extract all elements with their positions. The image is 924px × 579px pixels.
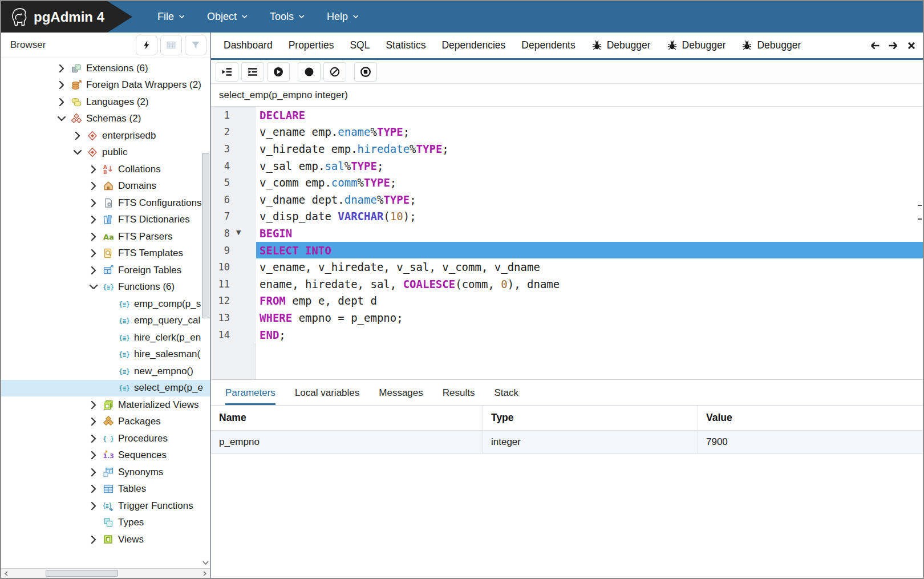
scroll-left-arrow-icon[interactable] bbox=[2, 570, 10, 577]
tree-item-views[interactable]: Views bbox=[1, 531, 210, 548]
tree-item-select-emp-p-e[interactable]: {≡}select_emp(p_e bbox=[1, 380, 210, 397]
code-line-8[interactable]: 8▼BEGIN bbox=[211, 225, 923, 242]
chevron-right-icon[interactable] bbox=[88, 467, 99, 478]
tree-item-sequences[interactable]: 1.3Sequences bbox=[1, 447, 210, 464]
tab-debugger-1[interactable]: Debugger bbox=[583, 39, 659, 51]
tree-item-fts-parsers[interactable]: AaFTS Parsers bbox=[1, 228, 210, 245]
bottom-tab-parameters[interactable]: Parameters bbox=[225, 387, 275, 405]
continue-button[interactable] bbox=[267, 62, 290, 82]
menu-help[interactable]: Help bbox=[327, 11, 360, 23]
chevron-right-icon[interactable] bbox=[56, 63, 67, 74]
chevron-right-icon[interactable] bbox=[56, 79, 67, 91]
close-icon[interactable] bbox=[906, 40, 917, 51]
tree-item-domains[interactable]: Domains bbox=[1, 178, 210, 195]
bottom-tab-results[interactable]: Results bbox=[443, 387, 475, 405]
bottom-tab-stack[interactable]: Stack bbox=[494, 387, 518, 405]
tab-debugger-2[interactable]: Debugger bbox=[659, 39, 734, 51]
tab-dependencies[interactable]: Dependencies bbox=[433, 39, 513, 51]
tab-debugger-3[interactable]: Debugger bbox=[733, 39, 801, 51]
splitter-handle[interactable] bbox=[918, 205, 922, 220]
chevron-right-icon[interactable] bbox=[56, 96, 67, 108]
tree-item-functions-6[interactable]: {≡}Functions (6) bbox=[1, 279, 210, 296]
tree-item-emp-query-cal[interactable]: {≡}emp_query_cal bbox=[1, 313, 210, 330]
chevron-right-icon[interactable] bbox=[88, 180, 99, 192]
tree-item-tables[interactable]: Tables bbox=[1, 481, 210, 498]
chevron-right-icon[interactable] bbox=[88, 534, 99, 545]
code-line-7[interactable]: 7v_disp_date VARCHAR(10); bbox=[211, 208, 923, 225]
chevron-right-icon[interactable] bbox=[72, 130, 83, 141]
chevron-right-icon[interactable] bbox=[88, 450, 99, 461]
code-line-1[interactable]: 1DECLARE bbox=[211, 107, 923, 124]
chevron-right-icon[interactable] bbox=[88, 416, 99, 427]
tree-item-schemas-2[interactable]: Schemas (2) bbox=[1, 111, 210, 128]
arrow-left-icon[interactable] bbox=[869, 40, 881, 51]
menu-file[interactable]: File bbox=[157, 11, 187, 23]
tree-item-languages-2[interactable]: Languages (2) bbox=[1, 94, 210, 111]
tree-item-hire-clerk-p-en[interactable]: {≡}hire_clerk(p_en bbox=[1, 329, 210, 346]
chevron-right-icon[interactable] bbox=[88, 399, 99, 411]
tree-item-foreign-data-wrappers-2[interactable]: Foreign Data Wrappers (2) bbox=[1, 77, 210, 94]
chevron-right-icon[interactable] bbox=[88, 248, 99, 259]
tree-item-public[interactable]: public bbox=[1, 144, 210, 161]
tree-item-synonyms[interactable]: Synonyms bbox=[1, 464, 210, 481]
code-editor[interactable]: 1DECLARE2v_ename emp.ename%TYPE;3v_hired… bbox=[211, 107, 923, 379]
tree-item-emp-comp-p-s[interactable]: {≡}emp_comp(p_s bbox=[1, 295, 210, 313]
tree-item-foreign-tables[interactable]: Foreign Tables bbox=[1, 262, 210, 279]
chevron-right-icon[interactable] bbox=[88, 483, 99, 495]
tree-item-types[interactable]: Types bbox=[1, 515, 210, 532]
chevron-down-icon[interactable] bbox=[56, 113, 67, 124]
tree-item-new-empno[interactable]: {≡}new_empno() bbox=[1, 363, 210, 380]
stop-button[interactable] bbox=[354, 62, 377, 82]
step-into-button[interactable] bbox=[216, 62, 238, 82]
code-line-4[interactable]: 4v_sal emp.sal%TYPE; bbox=[211, 157, 923, 175]
tab-dashboard[interactable]: Dashboard bbox=[216, 39, 281, 51]
tab-dependents[interactable]: Dependents bbox=[513, 39, 583, 51]
code-line-12[interactable]: 12FROM emp e, dept d bbox=[211, 293, 923, 310]
tree-item-fts-configurations[interactable]: FTS Configurations bbox=[1, 195, 210, 212]
code-line-13[interactable]: 13WHERE empno = p_empno; bbox=[211, 309, 923, 326]
tab-sql[interactable]: SQL bbox=[342, 39, 378, 51]
tree-item-enterprisedb[interactable]: enterprisedb bbox=[1, 127, 210, 144]
step-over-button[interactable] bbox=[241, 62, 264, 82]
chevron-right-icon[interactable] bbox=[88, 164, 99, 175]
scroll-right-arrow-icon[interactable] bbox=[201, 570, 209, 577]
tree-item-collations[interactable]: ABCollations bbox=[1, 161, 210, 178]
tree-item-hire-salesman[interactable]: {≡}hire_salesman( bbox=[1, 346, 210, 363]
arrow-right-icon[interactable] bbox=[887, 40, 899, 51]
chevron-down-icon[interactable] bbox=[88, 281, 99, 293]
chevron-down-icon[interactable] bbox=[72, 147, 83, 158]
grid-button[interactable] bbox=[160, 35, 182, 55]
fold-marker-icon[interactable]: ▼ bbox=[236, 229, 241, 236]
toggle-breakpoint-button[interactable] bbox=[298, 62, 321, 82]
chevron-right-icon[interactable] bbox=[88, 214, 99, 225]
tree-item-packages[interactable]: Packages bbox=[1, 414, 210, 431]
code-line-14[interactable]: 14END; bbox=[211, 326, 923, 343]
tab-statistics[interactable]: Statistics bbox=[378, 39, 433, 51]
bottom-tab-local-variables[interactable]: Local variables bbox=[295, 387, 359, 405]
table-row[interactable]: p_empnointeger7900 bbox=[211, 431, 923, 454]
lightning-button[interactable] bbox=[136, 35, 157, 55]
tree-item-trigger-functions[interactable]: {≡}Trigger Functions bbox=[1, 497, 210, 515]
chevron-right-icon[interactable] bbox=[88, 231, 99, 242]
tree-item-fts-dictionaries[interactable]: FTS Dictionaries bbox=[1, 212, 210, 229]
tree-item-procedures[interactable]: { }Procedures bbox=[1, 430, 210, 447]
filter-button[interactable] bbox=[185, 35, 206, 55]
code-line-9[interactable]: 9SELECT INTO bbox=[211, 242, 923, 259]
bottom-tab-messages[interactable]: Messages bbox=[379, 387, 423, 405]
chevron-right-icon[interactable] bbox=[88, 197, 99, 209]
clear-breakpoints-button[interactable] bbox=[323, 62, 346, 82]
code-line-6[interactable]: 6v_dname dept.dname%TYPE; bbox=[211, 191, 923, 208]
menu-object[interactable]: Object bbox=[207, 11, 249, 23]
tree-item-extensions-6[interactable]: Extensions (6) bbox=[1, 60, 210, 77]
chevron-right-icon[interactable] bbox=[88, 500, 99, 512]
code-line-5[interactable]: 5v_comm emp.comm%TYPE; bbox=[211, 174, 923, 191]
tree-item-fts-templates[interactable]: FTS Templates bbox=[1, 245, 210, 262]
tree-item-materialized-views[interactable]: Materialized Views bbox=[1, 396, 210, 414]
code-line-10[interactable]: 10v_ename, v_hiredate, v_sal, v_comm, v_… bbox=[211, 258, 923, 276]
menu-tools[interactable]: Tools bbox=[270, 11, 306, 23]
code-line-3[interactable]: 3v_hiredate emp.hiredate%TYPE; bbox=[211, 140, 923, 157]
code-line-11[interactable]: 11ename, hiredate, sal, COALESCE(comm, 0… bbox=[211, 276, 923, 293]
tab-properties[interactable]: Properties bbox=[281, 39, 342, 51]
chevron-right-icon[interactable] bbox=[88, 433, 99, 444]
tree-scroll-down-button[interactable] bbox=[202, 558, 209, 567]
